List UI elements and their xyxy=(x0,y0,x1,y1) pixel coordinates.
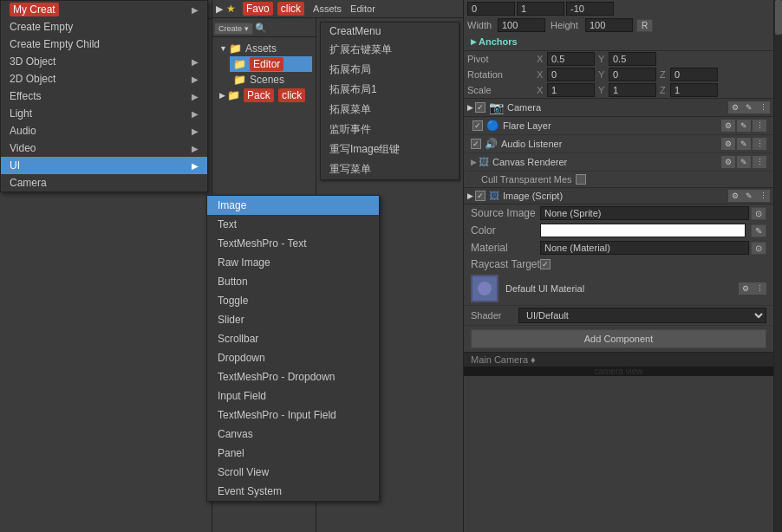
ctx-listen-event[interactable]: 监听事件 xyxy=(321,120,459,139)
ui-submenu-image[interactable]: Image xyxy=(207,196,379,215)
menu-item-light[interactable]: Light ▶ xyxy=(1,105,207,122)
r-button[interactable]: R xyxy=(636,19,653,32)
menu-item-3d-object[interactable]: 3D Object ▶ xyxy=(1,53,207,70)
ctx-extend-layout[interactable]: 拓展布局 xyxy=(321,60,459,80)
cull-transparent-checkbox[interactable] xyxy=(576,174,586,185)
audio-edit-btn[interactable]: ✎ xyxy=(737,138,751,150)
tree-item-scenes[interactable]: 📁 Scenes xyxy=(230,72,312,88)
flare-edit-btn[interactable]: ✎ xyxy=(737,120,751,132)
camera-settings-btn[interactable]: ⚙ xyxy=(728,101,742,114)
audio-more-btn[interactable]: ⋮ xyxy=(753,138,766,150)
ctx-extend-layout1[interactable]: 拓展布局1 xyxy=(321,80,459,100)
raycast-checkbox[interactable] xyxy=(540,259,551,269)
pos-y-field[interactable] xyxy=(517,2,564,16)
scale-y-field[interactable] xyxy=(609,83,656,97)
scale-z-field[interactable] xyxy=(670,83,718,97)
flare-checkbox[interactable] xyxy=(472,120,483,131)
pos-z-field[interactable] xyxy=(566,2,614,16)
camera-edit-btn[interactable]: ✎ xyxy=(742,101,756,114)
ctx-creat-menu[interactable]: CreatMenu xyxy=(321,23,459,40)
image-settings-btn[interactable]: ⚙ xyxy=(728,190,742,202)
assets-create-button[interactable]: Create ▾ xyxy=(214,23,253,35)
tree-item-editor[interactable]: 📁 Editor xyxy=(230,56,312,72)
shader-dropdown[interactable]: UI/Default xyxy=(518,308,766,323)
ui-submenu-textmeshpro-dropdown[interactable]: TextMeshPro - Dropdown xyxy=(207,367,379,386)
scale-x-field[interactable] xyxy=(547,83,595,97)
ui-submenu-text[interactable]: Text xyxy=(207,215,379,234)
color-field[interactable] xyxy=(540,224,746,237)
pivot-y-field[interactable] xyxy=(609,52,656,66)
rotation-y-field[interactable] xyxy=(609,68,656,81)
ui-submenu: Image Text TextMeshPro - Text Raw Image … xyxy=(206,195,380,502)
pos-x-field[interactable] xyxy=(467,2,515,16)
canvas-edit-btn[interactable]: ✎ xyxy=(737,156,751,168)
flare-settings-btn[interactable]: ⚙ xyxy=(721,120,735,132)
color-edit-btn[interactable]: ✎ xyxy=(751,224,766,237)
create-dropdown: My Creat ▶ Create Empty Create Empty Chi… xyxy=(0,0,208,192)
pivot-label: Pivot xyxy=(467,54,537,64)
height-label: Height xyxy=(551,20,585,30)
tree-item-packages[interactable]: ▶ 📁 Pack click xyxy=(216,88,312,103)
canvas-settings-btn[interactable]: ⚙ xyxy=(721,156,735,168)
favorites-tab[interactable]: Favo click xyxy=(239,2,308,16)
rotation-z-field[interactable] xyxy=(670,68,718,81)
image-edit-btn[interactable]: ✎ xyxy=(742,190,756,202)
editor-tab[interactable]: Editor xyxy=(347,3,379,15)
inspector-scrollbar[interactable] xyxy=(773,0,782,532)
ui-submenu-input-field[interactable]: Input Field xyxy=(207,386,379,405)
material-field[interactable] xyxy=(540,241,749,255)
my-creat-label: My Creat xyxy=(10,3,59,16)
tree-item-assets[interactable]: ▼ 📁 Assets xyxy=(216,41,312,56)
menu-item-create-empty-child[interactable]: Create Empty Child xyxy=(1,36,207,53)
ui-submenu-scrollbar[interactable]: Scrollbar xyxy=(207,329,379,348)
rotation-x-field[interactable] xyxy=(547,68,595,81)
ctx-rewrite-image[interactable]: 重写Image组键 xyxy=(321,139,459,159)
ui-submenu-raw-image[interactable]: Raw Image xyxy=(207,253,379,272)
material-more-btn[interactable]: ⋮ xyxy=(753,282,766,295)
ctx-rewrite-menu[interactable]: 重写菜单 xyxy=(321,159,459,179)
ui-submenu-textmeshpro-input-field[interactable]: TextMeshPro - Input Field xyxy=(207,405,379,425)
material-settings-btn[interactable]: ⚙ xyxy=(739,282,753,295)
image-script-checkbox[interactable] xyxy=(475,191,485,201)
menu-item-ui[interactable]: UI ▶ xyxy=(1,157,207,174)
pivot-x-field[interactable] xyxy=(547,52,595,66)
width-field[interactable] xyxy=(498,18,545,32)
canvas-more-btn[interactable]: ⋮ xyxy=(753,156,766,168)
camera-checkbox[interactable] xyxy=(475,102,485,113)
ui-submenu-slider[interactable]: Slider xyxy=(207,310,379,329)
ctx-extend-menu[interactable]: 拓展菜单 xyxy=(321,100,459,120)
ui-submenu-toggle[interactable]: Toggle xyxy=(207,291,379,310)
menu-item-effects[interactable]: Effects ▶ xyxy=(1,88,207,105)
menu-item-camera[interactable]: Camera xyxy=(1,174,207,191)
source-image-select-btn[interactable]: ⊙ xyxy=(751,207,766,220)
add-component-button[interactable]: Add Component xyxy=(471,329,766,348)
menu-item-video[interactable]: Video ▶ xyxy=(1,139,207,157)
ui-submenu-panel[interactable]: Panel xyxy=(207,444,379,463)
assets-tab[interactable]: Assets xyxy=(308,3,347,15)
image-script-header[interactable]: ▶ 🖼 Image (Script) ⚙ ✎ ⋮ xyxy=(464,187,773,204)
ui-submenu-button[interactable]: Button xyxy=(207,272,379,291)
default-material-row: Default UI Material ⚙ ⋮ xyxy=(464,272,773,306)
camera-more-btn[interactable]: ⋮ xyxy=(756,101,770,114)
ui-submenu-dropdown[interactable]: Dropdown xyxy=(207,348,379,367)
folder-icon: 📁 xyxy=(227,89,240,101)
height-field[interactable] xyxy=(585,18,633,32)
source-image-field[interactable] xyxy=(540,206,749,220)
ui-submenu-canvas[interactable]: Canvas xyxy=(207,425,379,444)
material-select-btn[interactable]: ⊙ xyxy=(751,242,766,255)
shader-row: Shader UI/Default xyxy=(464,306,773,326)
image-more-btn[interactable]: ⋮ xyxy=(756,190,770,202)
ctx-extend-right-menu[interactable]: 扩展右键菜单 xyxy=(321,40,459,60)
source-image-row: Source Image ⊙ xyxy=(464,204,773,222)
menu-item-create-empty[interactable]: Create Empty xyxy=(1,18,207,36)
ui-submenu-event-system[interactable]: Event System xyxy=(207,482,379,501)
camera-component[interactable]: ▶ 📷 Camera ⚙ ✎ ⋮ xyxy=(464,98,773,117)
menu-item-2d-object[interactable]: 2D Object ▶ xyxy=(1,70,207,88)
audio-checkbox[interactable] xyxy=(471,139,481,149)
flare-more-btn[interactable]: ⋮ xyxy=(753,120,766,132)
ui-submenu-textmeshpro-text[interactable]: TextMeshPro - Text xyxy=(207,234,379,253)
ui-submenu-scroll-view[interactable]: Scroll View xyxy=(207,463,379,482)
menu-item-my-creat[interactable]: My Creat ▶ xyxy=(1,1,207,18)
audio-settings-btn[interactable]: ⚙ xyxy=(721,138,735,150)
menu-item-audio[interactable]: Audio ▶ xyxy=(1,122,207,139)
